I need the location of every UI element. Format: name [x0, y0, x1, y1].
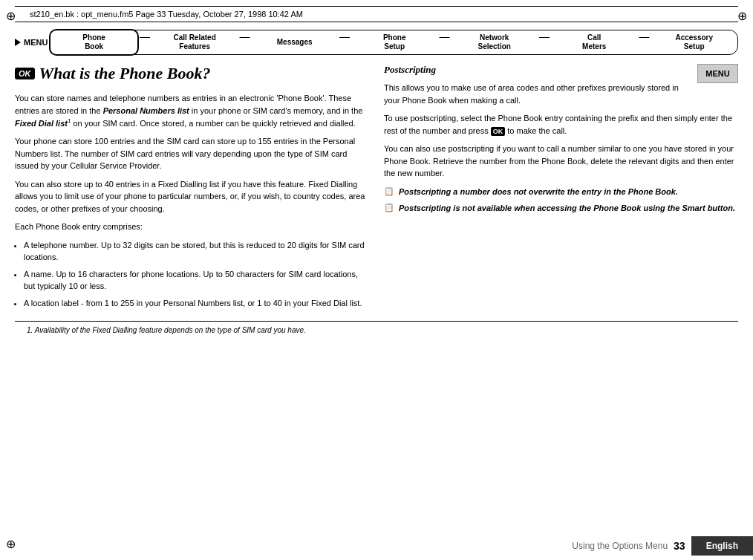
- nav-arrow-3: —: [338, 30, 351, 54]
- nav-item-label: CallMeters: [582, 33, 606, 51]
- footnote-content: Availability of the Fixed Dialling featu…: [35, 326, 306, 334]
- footnote-text: 1. Availability of the Fixed Dialling fe…: [27, 325, 738, 336]
- footer-page-number: 33: [674, 540, 685, 552]
- body-paragraph-4: Each Phone Book entry comprises:: [15, 221, 369, 233]
- nav-item-call-related[interactable]: Call RelatedFeatures: [151, 30, 238, 54]
- nav-arrow-2: —: [238, 30, 251, 54]
- bullet-item-1: A telephone number. Up to 32 digits can …: [24, 239, 369, 264]
- note-text-1: Postscripting a number does not overwrit…: [399, 186, 678, 198]
- footer-section-text: Using the Options Menu: [572, 541, 668, 551]
- corner-mark-tr: ⊕: [737, 9, 747, 23]
- note-text-2: Postscripting is not available when acce…: [399, 202, 735, 215]
- bullet-item-3: A location label - from 1 to 255 in your…: [24, 297, 369, 310]
- nav-item-phone-book[interactable]: PhoneBook: [49, 29, 139, 56]
- postscripting-para-1: This allows you to make use of area code…: [384, 82, 738, 106]
- menu-text: MENU: [24, 38, 48, 47]
- corner-mark-tl: ⊕: [6, 9, 16, 23]
- footnote-area: 1. Availability of the Fixed Dialling fe…: [15, 321, 738, 336]
- postscripting-heading: Postscripting: [384, 64, 738, 76]
- menu-label: MENU: [15, 38, 48, 47]
- nav-arrow-6: —: [637, 30, 651, 54]
- bold-text-fixed-dial: Fixed Dial list: [15, 119, 68, 128]
- nav-item-label: AccessorySetup: [675, 33, 713, 51]
- nav-items-container: PhoneBook — Call RelatedFeatures — Messa…: [49, 30, 738, 55]
- nav-item-label: NetworkSelection: [477, 33, 510, 51]
- footer-language: English: [691, 536, 753, 556]
- right-column: MENU Postscripting This allows you to ma…: [384, 64, 738, 313]
- bold-text-personal: Personal Numbers list: [103, 106, 189, 115]
- navigation-bar: MENU PhoneBook — Call RelatedFeatures — …: [15, 30, 738, 55]
- nav-arrow-4: —: [437, 30, 451, 54]
- main-content: OK What is the Phone Book? You can store…: [15, 64, 738, 313]
- ok-icon: OK: [15, 68, 35, 79]
- header-text: st210_en.bk : opt_menu.fm5 Page 33 Tuesd…: [30, 10, 303, 19]
- footer: Using the Options Menu 33 English: [0, 532, 753, 560]
- footnote-number: 1.: [27, 326, 33, 334]
- nav-item-label: Messages: [277, 38, 313, 47]
- menu-arrow-icon: [15, 39, 21, 46]
- note-item-1: 📋 Postscripting a number does not overwr…: [384, 186, 738, 198]
- nav-item-label: PhoneSetup: [383, 33, 406, 51]
- nav-item-label: PhoneBook: [82, 33, 105, 51]
- note-item-2: 📋 Postscripting is not available when ac…: [384, 202, 738, 215]
- left-column: OK What is the Phone Book? You can store…: [15, 64, 369, 313]
- nav-item-accessory-setup[interactable]: AccessorySetup: [651, 30, 737, 54]
- page-header: st210_en.bk : opt_menu.fm5 Page 33 Tuesd…: [15, 6, 738, 22]
- body-paragraph-3: You can also store up to 40 entries in a…: [15, 178, 369, 215]
- postscripting-para-3: You can also use postscripting if you wa…: [384, 143, 738, 180]
- nav-item-call-meters[interactable]: CallMeters: [551, 30, 638, 54]
- nav-arrow-5: —: [538, 30, 551, 54]
- body-paragraph-1: You can store names and telephone number…: [15, 92, 369, 129]
- postscripting-para-2: To use postscripting, select the Phone B…: [384, 112, 738, 137]
- menu-box: MENU: [697, 64, 738, 83]
- nav-arrow-1: —: [138, 30, 151, 54]
- body-paragraph-2: Your phone can store 100 entries and the…: [15, 135, 369, 172]
- bullet-item-2: A name. Up to 16 characters for phone lo…: [24, 268, 369, 293]
- nav-item-label: Call RelatedFeatures: [174, 33, 216, 51]
- page-title-area: OK What is the Phone Book?: [15, 64, 369, 83]
- nav-item-phone-setup[interactable]: PhoneSetup: [351, 30, 438, 54]
- page-title: What is the Phone Book?: [39, 64, 211, 83]
- note-icon-2: 📋: [384, 203, 396, 212]
- note-icon-1: 📋: [384, 186, 396, 196]
- nav-item-network-selection[interactable]: NetworkSelection: [451, 30, 538, 54]
- ok-inline-icon: OK: [491, 127, 506, 136]
- bullet-list: A telephone number. Up to 32 digits can …: [24, 239, 369, 310]
- nav-item-messages[interactable]: Messages: [251, 30, 338, 54]
